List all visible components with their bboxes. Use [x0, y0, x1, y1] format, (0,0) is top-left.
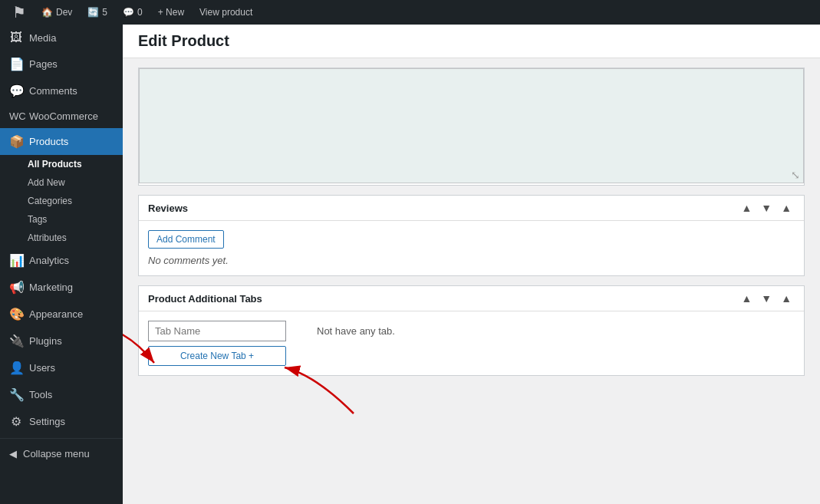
sidebar-item-tools[interactable]: 🔧 Tools — [0, 381, 123, 408]
no-comments-text: No comments yet. — [148, 255, 795, 266]
tabs-form: Create New Tab + Not have any tab. — [148, 321, 795, 366]
tabs-panel-body: Create New Tab + Not have any tab. — [139, 311, 804, 375]
users-icon: 👤 — [9, 361, 23, 375]
media-icon: 🖼 — [9, 31, 23, 44]
analytics-icon: 📊 — [9, 253, 23, 268]
sidebar-sub-add-new[interactable]: Add New — [0, 173, 123, 192]
sidebar-item-marketing[interactable]: 📢 Marketing — [0, 274, 123, 301]
sidebar-item-label-products: Products — [29, 136, 68, 147]
tabs-left-col: Create New Tab + — [148, 321, 286, 366]
collapse-label: Collapse menu — [23, 448, 90, 460]
sidebar-item-settings[interactable]: ⚙ Settings — [0, 408, 123, 435]
sidebar-item-appearance[interactable]: 🎨 Appearance — [0, 301, 123, 328]
categories-label: Categories — [28, 196, 72, 206]
no-tab-area: Not have any tab. — [301, 321, 395, 337]
sidebar-sub-all-products[interactable]: All Products — [0, 155, 123, 173]
tabs-toggle-btn[interactable]: ▲ — [778, 292, 795, 305]
editor-textarea[interactable]: ⤡ — [139, 68, 804, 183]
wp-icon: ⚑ — [12, 3, 26, 21]
add-new-label: Add New — [28, 177, 65, 188]
reviews-panel-header: Reviews ▲ ▼ ▲ — [139, 196, 804, 221]
tags-label: Tags — [28, 214, 47, 225]
attributes-label: Attributes — [28, 232, 67, 243]
sidebar-sub-attributes[interactable]: Attributes — [0, 229, 123, 247]
woocommerce-icon: WC — [9, 110, 23, 122]
sidebar-sub-tags[interactable]: Tags — [0, 210, 123, 229]
new-content-label: + New — [158, 7, 184, 18]
sidebar-item-media[interactable]: 🖼 Media — [0, 25, 123, 51]
page-header: Edit Product — [123, 25, 820, 58]
main-content: Edit Product ⤡ Reviews ▲ ▼ ▲ — [123, 25, 820, 504]
settings-icon: ⚙ — [9, 414, 23, 429]
plugins-icon: 🔌 — [9, 334, 23, 348]
wp-logo[interactable]: ⚑ — [6, 0, 32, 25]
create-new-tab-button[interactable]: Create New Tab + — [148, 346, 286, 366]
page-title: Edit Product — [138, 32, 229, 49]
tabs-panel-controls: ▲ ▼ ▲ — [738, 292, 795, 305]
view-product-label: View product — [199, 7, 252, 18]
all-products-label: All Products — [28, 159, 82, 170]
additional-tabs-panel: Product Additional Tabs ▲ ▼ ▲ Create New… — [138, 285, 805, 376]
tab-name-input[interactable] — [148, 321, 286, 341]
reviews-panel: Reviews ▲ ▼ ▲ Add Comment No comments ye… — [138, 195, 805, 276]
updates-icon: 🔄 — [87, 7, 99, 18]
updates-link[interactable]: 🔄 5 — [81, 0, 114, 25]
sidebar-sub-categories[interactable]: Categories — [0, 192, 123, 210]
add-comment-label: Add Comment — [156, 234, 216, 245]
sidebar-item-pages[interactable]: 📄 Pages — [0, 51, 123, 77]
sidebar-item-products[interactable]: 📦 Products — [0, 128, 123, 155]
add-comment-button[interactable]: Add Comment — [148, 230, 224, 249]
tabs-panel-title: Product Additional Tabs — [148, 293, 262, 305]
tools-icon: 🔧 — [9, 387, 23, 402]
sidebar: 🖼 Media 📄 Pages 💬 Comments WC WooCommerc… — [0, 25, 123, 504]
marketing-icon: 📢 — [9, 280, 23, 295]
sidebar-item-label-tools: Tools — [29, 389, 52, 400]
updates-count: 5 — [102, 7, 107, 18]
reviews-collapse-down-btn[interactable]: ▼ — [758, 202, 775, 214]
site-name-link[interactable]: 🏠 Dev — [35, 0, 78, 25]
sidebar-item-plugins[interactable]: 🔌 Plugins — [0, 328, 123, 354]
reviews-toggle-btn[interactable]: ▲ — [778, 202, 795, 214]
sidebar-item-analytics[interactable]: 📊 Analytics — [0, 247, 123, 274]
panel-controls: ▲ ▼ ▲ — [738, 202, 795, 214]
view-product-link[interactable]: View product — [193, 0, 259, 25]
editor-body: ⤡ — [139, 68, 804, 183]
tabs-collapse-down-btn[interactable]: ▼ — [758, 292, 775, 305]
reviews-body: Add Comment No comments yet. — [139, 221, 804, 275]
products-icon: 📦 — [9, 134, 23, 149]
sidebar-item-label-comments: Comments — [29, 85, 77, 97]
tabs-collapse-up-btn[interactable]: ▲ — [738, 292, 755, 305]
reviews-title: Reviews — [148, 203, 188, 214]
no-tab-message: Not have any tab. — [301, 321, 395, 337]
appearance-icon: 🎨 — [9, 307, 23, 321]
collapse-menu-btn[interactable]: ◀ Collapse menu — [0, 442, 123, 466]
admin-bar: ⚑ 🏠 Dev 🔄 5 💬 0 + New View product — [0, 0, 820, 25]
sidebar-item-woocommerce[interactable]: WC WooCommerce — [0, 104, 123, 128]
products-submenu: All Products Add New Categories Tags Att… — [0, 155, 123, 247]
sidebar-item-label-users: Users — [29, 362, 55, 374]
sidebar-item-label-settings: Settings — [29, 416, 65, 427]
sidebar-item-label-woocommerce: WooCommerce — [29, 110, 98, 122]
new-content-link[interactable]: + New — [152, 0, 190, 25]
comments-link[interactable]: 💬 0 — [117, 0, 149, 25]
comments-nav-icon: 💬 — [9, 84, 23, 98]
tabs-panel-header: Product Additional Tabs ▲ ▼ ▲ — [139, 286, 804, 311]
comments-icon: 💬 — [123, 7, 134, 18]
sidebar-item-label-plugins: Plugins — [29, 335, 62, 347]
site-name: Dev — [56, 7, 72, 18]
site-home-icon: 🏠 — [41, 7, 53, 18]
sidebar-item-label-marketing: Marketing — [29, 282, 73, 293]
editor-panel: ⤡ — [138, 68, 805, 186]
sidebar-item-label-appearance: Appearance — [29, 308, 83, 320]
collapse-icon: ◀ — [9, 448, 17, 460]
sidebar-item-label-media: Media — [29, 32, 56, 44]
sidebar-item-label-analytics: Analytics — [29, 255, 69, 266]
sidebar-item-users[interactable]: 👤 Users — [0, 354, 123, 381]
comment-count: 0 — [137, 7, 143, 18]
create-tab-label: Create New Tab + — [180, 351, 254, 361]
sidebar-item-label-pages: Pages — [29, 58, 58, 70]
resize-handle-icon: ⤡ — [791, 169, 800, 181]
sidebar-item-comments[interactable]: 💬 Comments — [0, 77, 123, 104]
pages-icon: 📄 — [9, 57, 23, 71]
reviews-collapse-up-btn[interactable]: ▲ — [738, 202, 755, 214]
